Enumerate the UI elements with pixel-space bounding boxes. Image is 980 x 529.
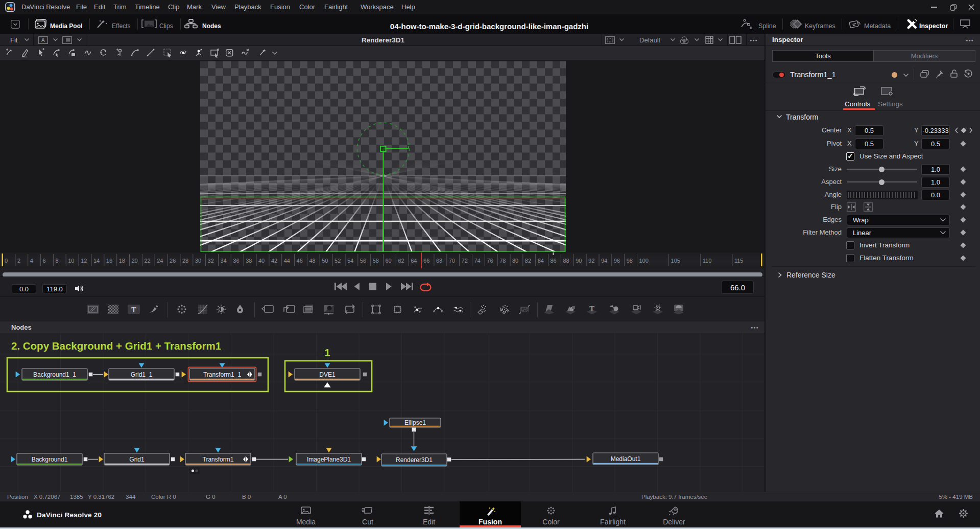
svg-text:12: 12 [81, 258, 87, 264]
svg-text:Background1_1: Background1_1 [33, 371, 76, 378]
svg-text:4: 4 [30, 258, 33, 264]
svg-text:1: 1 [324, 347, 330, 358]
svg-text:16: 16 [106, 258, 112, 264]
svg-text:74: 74 [474, 258, 481, 264]
svg-text:66: 66 [423, 258, 429, 264]
svg-text:44: 44 [284, 258, 290, 264]
svg-text:14: 14 [93, 258, 100, 264]
svg-text:78: 78 [499, 258, 506, 264]
svg-text:80: 80 [512, 258, 518, 264]
svg-text:32: 32 [208, 258, 214, 264]
svg-text:98: 98 [627, 258, 633, 264]
svg-text:88: 88 [563, 258, 569, 264]
svg-text:2. Copy Background + Grid1 + T: 2. Copy Background + Grid1 + Transform1 [11, 340, 221, 352]
svg-text:72: 72 [462, 258, 468, 264]
svg-text:70: 70 [449, 258, 455, 264]
svg-text:MediaOut1: MediaOut1 [611, 455, 641, 463]
svg-text:0: 0 [5, 258, 8, 264]
svg-text:54: 54 [347, 258, 353, 264]
svg-text:105: 105 [671, 258, 680, 264]
svg-text:10: 10 [68, 258, 74, 264]
svg-text:ImagePlane3D1: ImagePlane3D1 [307, 456, 351, 463]
svg-text:68: 68 [436, 258, 442, 264]
svg-text:42: 42 [271, 258, 277, 264]
svg-text:48: 48 [309, 258, 315, 264]
svg-text:110: 110 [703, 258, 712, 264]
svg-text:34: 34 [221, 258, 227, 264]
svg-text:58: 58 [373, 258, 379, 264]
svg-text:52: 52 [334, 258, 341, 264]
svg-text:94: 94 [601, 258, 607, 264]
svg-text:Transform1_1: Transform1_1 [203, 371, 242, 378]
svg-text:84: 84 [538, 258, 544, 264]
svg-text:82: 82 [525, 258, 531, 264]
svg-text:Transform1: Transform1 [203, 456, 234, 463]
svg-text:8: 8 [55, 258, 58, 264]
svg-text:28: 28 [182, 258, 188, 264]
svg-text:46: 46 [297, 258, 303, 264]
svg-text:Background1: Background1 [32, 456, 68, 463]
svg-text:50: 50 [322, 258, 328, 264]
svg-text:Grid1: Grid1 [129, 456, 145, 463]
svg-text:A: A [41, 37, 45, 43]
svg-text:20: 20 [132, 258, 138, 264]
svg-text:100: 100 [639, 258, 649, 264]
svg-text:36: 36 [233, 258, 239, 264]
svg-text:T: T [589, 305, 594, 313]
svg-text:26: 26 [170, 258, 176, 264]
svg-text:2: 2 [17, 258, 20, 264]
svg-text:86: 86 [551, 258, 557, 264]
svg-text:Renderer3D1: Renderer3D1 [396, 456, 433, 464]
svg-text:90: 90 [576, 258, 582, 264]
svg-text:60: 60 [386, 258, 392, 264]
svg-text:115: 115 [734, 258, 744, 264]
svg-text:DVE1: DVE1 [319, 371, 336, 378]
svg-text:22: 22 [144, 258, 150, 264]
svg-text:24: 24 [157, 258, 163, 264]
svg-text:96: 96 [614, 258, 620, 264]
svg-text:T: T [131, 306, 136, 314]
svg-text:40: 40 [258, 258, 265, 264]
svg-text:30: 30 [195, 258, 201, 264]
svg-text:Grid1_1: Grid1_1 [131, 371, 153, 378]
svg-text:76: 76 [487, 258, 493, 264]
svg-text:Ellipse1: Ellipse1 [404, 419, 426, 426]
svg-text:92: 92 [588, 258, 594, 264]
svg-text:56: 56 [360, 258, 366, 264]
svg-text:6: 6 [43, 258, 46, 264]
svg-text:38: 38 [246, 258, 252, 264]
svg-text:62: 62 [398, 258, 404, 264]
svg-text:18: 18 [119, 258, 125, 264]
svg-text:64: 64 [411, 258, 417, 264]
